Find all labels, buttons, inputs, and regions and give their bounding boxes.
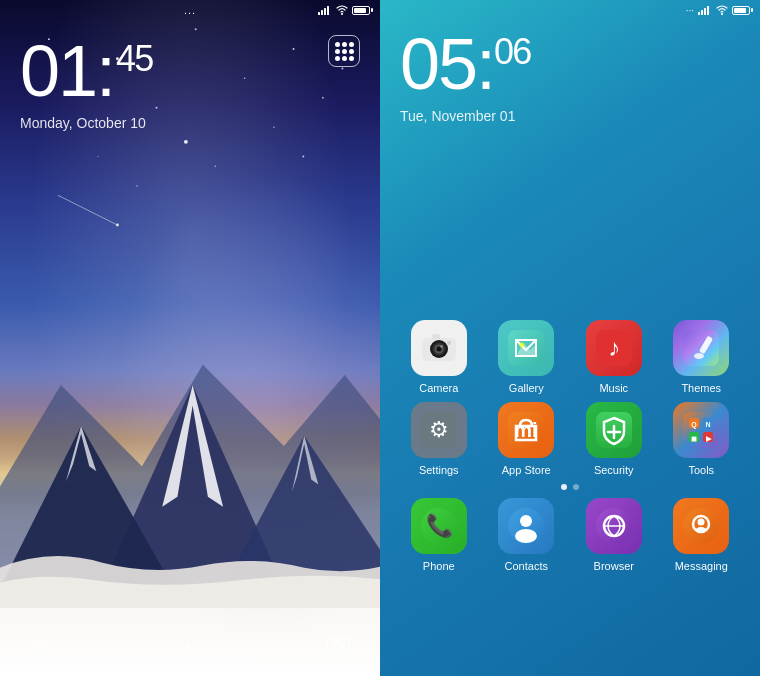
svg-rect-37 xyxy=(704,8,706,15)
svg-point-51 xyxy=(520,343,525,348)
browser-label: Browser xyxy=(594,560,634,572)
app-appstore[interactable]: mi App Store xyxy=(490,402,562,476)
camera-icon xyxy=(411,320,467,376)
lock-circle-icon[interactable]: ◎ xyxy=(30,635,49,661)
battery-icon xyxy=(352,6,370,15)
svg-point-76 xyxy=(520,515,532,527)
svg-text:mi: mi xyxy=(515,419,538,441)
tools-label: Tools xyxy=(688,464,714,476)
svg-point-77 xyxy=(515,529,537,543)
lock-date: Monday, October 10 xyxy=(20,115,380,131)
app-contacts[interactable]: Contacts xyxy=(490,498,562,572)
appstore-icon: mi xyxy=(498,402,554,458)
svg-rect-29 xyxy=(327,6,329,15)
svg-point-14 xyxy=(302,156,304,158)
home-minutes: 06 xyxy=(494,31,530,72)
gallery-label: Gallery xyxy=(509,382,544,394)
svg-text:N: N xyxy=(706,421,711,428)
phone-icon: 📞 xyxy=(411,498,467,554)
music-icon: ♪ xyxy=(586,320,642,376)
svg-text:📞: 📞 xyxy=(425,512,453,539)
app-row-2: ⚙ Settings xyxy=(395,402,745,476)
settings-label: Settings xyxy=(419,464,459,476)
svg-text:Q: Q xyxy=(692,421,698,429)
security-label: Security xyxy=(594,464,634,476)
app-row-3: 📞 Phone xyxy=(395,498,745,572)
svg-rect-46 xyxy=(432,334,440,339)
home-signal-icon xyxy=(698,5,712,15)
lock-camera-icon[interactable] xyxy=(326,635,350,661)
messaging-label: Messaging xyxy=(675,560,728,572)
svg-point-45 xyxy=(440,345,442,347)
camera-shortcut-icon xyxy=(326,635,350,655)
svg-rect-26 xyxy=(318,12,320,15)
home-battery-icon xyxy=(732,6,750,15)
lock-bottom-bar: ◎ ∧ xyxy=(0,635,380,661)
appstore-label: App Store xyxy=(502,464,551,476)
app-themes[interactable]: Themes xyxy=(665,320,737,394)
svg-point-12 xyxy=(97,156,98,157)
lock-status-icons xyxy=(318,5,370,15)
home-ellipsis: ··· xyxy=(686,5,694,16)
home-date: Tue, November 01 xyxy=(400,108,760,124)
app-settings[interactable]: ⚙ Settings xyxy=(403,402,475,476)
lock-carrier-text: ... xyxy=(184,4,196,16)
app-row-1: Camera xyxy=(395,320,745,394)
browser-icon xyxy=(586,498,642,554)
svg-point-30 xyxy=(341,13,343,15)
page-dot-1 xyxy=(561,484,567,490)
app-browser[interactable]: Browser xyxy=(578,498,650,572)
camera-label: Camera xyxy=(419,382,458,394)
app-gallery[interactable]: Gallery xyxy=(490,320,562,394)
themes-icon xyxy=(673,320,729,376)
security-icon xyxy=(586,402,642,458)
settings-icon: ⚙ xyxy=(411,402,467,458)
svg-point-56 xyxy=(694,353,704,359)
svg-text:♪: ♪ xyxy=(608,334,620,361)
svg-point-83 xyxy=(698,519,705,526)
app-messaging[interactable]: Messaging xyxy=(665,498,737,572)
app-phone[interactable]: 📞 Phone xyxy=(403,498,475,572)
contacts-icon xyxy=(498,498,554,554)
svg-rect-64 xyxy=(683,412,719,448)
themes-label: Themes xyxy=(681,382,721,394)
lock-time-section: 01:45 Monday, October 10 xyxy=(0,35,380,131)
home-time-section: 05:06 Tue, November 01 xyxy=(380,28,760,124)
lock-screen: ... 01:45 Mond xyxy=(0,0,380,676)
svg-rect-28 xyxy=(324,8,326,15)
app-tools[interactable]: Q N ◼ ▶ Tools xyxy=(665,402,737,476)
svg-rect-33 xyxy=(334,636,342,640)
lock-swipe-up-icon[interactable]: ∧ xyxy=(181,637,194,659)
home-wifi-icon xyxy=(716,5,728,15)
svg-point-47 xyxy=(447,341,451,345)
wifi-icon xyxy=(336,5,348,15)
messaging-icon xyxy=(673,498,729,554)
app-camera[interactable]: Camera xyxy=(403,320,475,394)
svg-point-2 xyxy=(195,28,197,30)
signal-icon xyxy=(318,5,332,15)
svg-point-84 xyxy=(696,527,707,533)
home-status-icons: ··· xyxy=(686,5,750,16)
mountain-decoration xyxy=(0,304,380,608)
contacts-label: Contacts xyxy=(505,560,548,572)
app-security[interactable]: Security xyxy=(578,402,650,476)
home-hours: 05 xyxy=(400,24,476,104)
music-label: Music xyxy=(599,382,628,394)
svg-rect-36 xyxy=(701,10,703,15)
svg-point-32 xyxy=(334,642,343,651)
svg-point-39 xyxy=(721,13,723,15)
app-grid: Camera xyxy=(380,320,760,580)
svg-text:◼: ◼ xyxy=(691,435,697,442)
svg-rect-27 xyxy=(321,10,323,15)
home-time-display: 05:06 xyxy=(400,28,760,100)
tools-icon: Q N ◼ ▶ xyxy=(673,402,729,458)
lock-hours: 01 xyxy=(20,31,96,111)
svg-line-17 xyxy=(59,196,118,225)
phone-label: Phone xyxy=(423,560,455,572)
svg-point-34 xyxy=(344,641,346,643)
svg-text:⚙: ⚙ xyxy=(429,417,449,442)
svg-point-13 xyxy=(214,166,216,168)
app-music[interactable]: ♪ Music xyxy=(578,320,650,394)
home-screen: ··· 05:06 Tue, November 01 xyxy=(380,0,760,676)
lock-minutes: 45 xyxy=(116,38,152,79)
